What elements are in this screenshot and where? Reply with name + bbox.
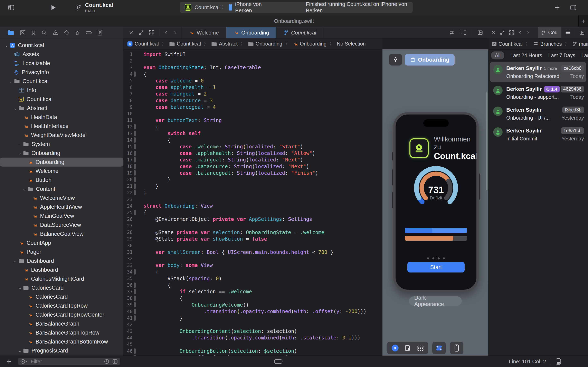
- history-tab[interactable]: Cou: [538, 27, 561, 38]
- tree-item-barbalancegraphtoprow[interactable]: BarBalanceGraphTopRow: [0, 328, 123, 337]
- history-breadcrumb-item[interactable]: Branches: [533, 41, 562, 47]
- close-editor-icon[interactable]: [128, 30, 134, 35]
- commit-row[interactable]: Berken Sayilir1.44629436Onboarding - sup…: [490, 83, 586, 103]
- preview-scrollbar[interactable]: [486, 92, 487, 190]
- history-filter-last[interactable]: Last: [581, 52, 588, 58]
- commit-row[interactable]: Berken Sayilirf3bcd3bOnboarding - UI /..…: [490, 104, 586, 124]
- navigator-diamond-icon[interactable]: [64, 30, 69, 35]
- variants-grid-icon[interactable]: [417, 345, 424, 351]
- toggle-inspector-icon[interactable]: [569, 4, 577, 11]
- preview-target-chip[interactable]: Onboarding: [405, 54, 455, 66]
- editor-layout-icon[interactable]: [149, 30, 155, 36]
- start-button[interactable]: Start: [407, 262, 465, 273]
- source-control-filter-icon[interactable]: [112, 359, 118, 364]
- disclosure-closed-icon[interactable]: ›: [17, 142, 23, 147]
- tree-item-welcomeview[interactable]: WelcomeView: [0, 193, 123, 202]
- recent-files-clock-icon[interactable]: [104, 359, 110, 364]
- tree-item-count.kcal[interactable]: Count.kcal: [0, 95, 123, 104]
- tree-item-caloriesmidnightcard[interactable]: CaloriesMidnightCard: [0, 274, 123, 283]
- add-assistant-editor-icon[interactable]: [579, 30, 585, 35]
- disclosure-open-icon[interactable]: ⌄: [17, 285, 23, 290]
- tree-item-applehealthview[interactable]: AppleHealthView: [0, 202, 123, 211]
- swap-editor-icon[interactable]: [448, 30, 455, 35]
- navigator-bookmark-icon[interactable]: [31, 30, 36, 36]
- history-breadcrumb[interactable]: Count.kcal〉Branches〉main: [488, 38, 588, 50]
- tree-item-welcome[interactable]: Welcome: [0, 167, 123, 175]
- navigator-grid-x-icon[interactable]: [20, 30, 26, 36]
- breadcrumb-item[interactable]: Count.kcal: [169, 41, 201, 47]
- selectable-preview-icon[interactable]: [405, 344, 411, 351]
- tree-item-abstract[interactable]: ⌄Abstract: [0, 104, 123, 113]
- tree-item-healhdata[interactable]: HealhData: [0, 113, 123, 122]
- editor-options-icon[interactable]: [274, 359, 283, 365]
- tree-item-barbalancegraphbottomrow[interactable]: BarBalanceGraphBottomRow: [0, 337, 123, 346]
- device-bezels-button[interactable]: [450, 342, 463, 354]
- tree-item-caloriescard[interactable]: CaloriesCard: [0, 292, 123, 301]
- commit-row[interactable]: Berken Sayilir1 morece16cb6Onboarding Re…: [490, 62, 586, 82]
- tree-item-countapp[interactable]: CountApp: [0, 238, 123, 247]
- list-view-icon[interactable]: [564, 30, 571, 36]
- editor-tab-count.kcal[interactable]: Count.kcal: [276, 27, 324, 38]
- tree-item-onboarding[interactable]: ⌄Onboarding: [0, 149, 123, 158]
- tree-item-localizable[interactable]: Localizable: [0, 59, 123, 68]
- navigator-filter-field[interactable]: Filter: [18, 358, 120, 365]
- tree-item-dashboard[interactable]: ⌄Dashboard: [0, 256, 123, 265]
- live-preview-icon[interactable]: [391, 344, 399, 352]
- editor-tab-welcome[interactable]: Welcome: [181, 27, 226, 38]
- tree-item-caloriescardtoprowcenter[interactable]: CaloriesCardTopRowCenter: [0, 310, 123, 319]
- tree-item-content[interactable]: ⌄Content: [0, 184, 123, 193]
- tree-item-datasourceview[interactable]: DataSourceView: [0, 220, 123, 229]
- breadcrumb-item[interactable]: No Selection: [337, 41, 366, 47]
- disclosure-open-icon[interactable]: ⌄: [17, 348, 23, 353]
- tree-item-weightdataviewmodel[interactable]: WeightDataViewModel: [0, 131, 123, 140]
- tree-item-healthinterface[interactable]: HealthInterface: [0, 122, 123, 131]
- add-toolbar-icon[interactable]: [554, 4, 560, 11]
- tree-item-barbalancegraph[interactable]: BarBalanceGraph: [0, 319, 123, 328]
- device-settings-button[interactable]: [432, 342, 446, 354]
- close-assistant-icon[interactable]: [491, 30, 496, 35]
- tree-item-maingoalvew[interactable]: MainGoalVew: [0, 211, 123, 220]
- navigator-capsule-icon[interactable]: [85, 30, 92, 35]
- device-status-icon[interactable]: [555, 358, 562, 365]
- scheme-selector[interactable]: Count.kcal main: [85, 2, 113, 13]
- project-navigator-icon[interactable]: [7, 30, 14, 35]
- tree-item-caloriescard[interactable]: ⌄CaloriesCard: [0, 283, 123, 292]
- navigator-spray-icon[interactable]: [75, 30, 80, 36]
- history-filter-last-24-hours[interactable]: Last 24 Hours: [510, 52, 542, 58]
- fullscreen-editor-icon[interactable]: [138, 30, 144, 35]
- disclosure-open-icon[interactable]: ⌄: [21, 187, 27, 192]
- tree-item-balancegoalview[interactable]: BalanceGoalView: [0, 229, 123, 238]
- back-icon[interactable]: [164, 30, 168, 36]
- tree-item-system[interactable]: ›System: [0, 140, 123, 149]
- source-editor[interactable]: 1import SwiftUI23enum OnboardingState: I…: [123, 50, 383, 356]
- tree-item-privacyinfo[interactable]: PrivacyInfo: [0, 68, 123, 77]
- editor-tab-onboarding[interactable]: Onboarding: [226, 27, 276, 38]
- activity-status-pill[interactable]: Count.kcal 〉 iPhone von Berken Finished …: [180, 2, 413, 13]
- tree-item-info[interactable]: Info: [0, 86, 123, 95]
- assistant-layout-icon[interactable]: [509, 30, 514, 35]
- tree-item-pager[interactable]: Pager: [0, 247, 123, 256]
- filter-menu-icon[interactable]: [20, 359, 28, 364]
- add-editor-icon[interactable]: [477, 30, 483, 35]
- tree-item-prognosiscard[interactable]: ⌄PrognosisCard: [0, 346, 123, 355]
- minimap-icon[interactable]: [460, 30, 467, 35]
- assistant-forward-icon[interactable]: [526, 30, 530, 35]
- fullscreen-assistant-icon[interactable]: [500, 30, 505, 35]
- breadcrumb-item[interactable]: Abstract: [211, 41, 238, 47]
- tree-item-count.kcal[interactable]: ⌄Count.kcal: [0, 77, 123, 86]
- breadcrumb-item[interactable]: Onboarding: [293, 41, 327, 47]
- tree-item-caloriescardtoprow[interactable]: CaloriesCardTopRow: [0, 301, 123, 310]
- assistant-back-icon[interactable]: [518, 30, 522, 35]
- tree-item-onboarding[interactable]: Onboarding: [0, 158, 123, 167]
- history-filter-last-7-days[interactable]: Last 7 Days: [548, 52, 575, 58]
- disclosure-open-icon[interactable]: ⌄: [12, 259, 18, 263]
- tree-item-button[interactable]: Button: [0, 175, 123, 184]
- navigator-doclines-icon[interactable]: [97, 30, 102, 36]
- tree-item-assets[interactable]: Assets: [0, 50, 123, 59]
- tree-item-dashboard[interactable]: Dashboard: [0, 265, 123, 274]
- history-breadcrumb-item[interactable]: Count.kcal: [492, 41, 523, 47]
- disclosure-open-icon[interactable]: ⌄: [17, 151, 23, 156]
- breadcrumb[interactable]: Count.kcal〉Count.kcal〉Abstract〉Onboardin…: [123, 38, 383, 50]
- add-file-button[interactable]: [6, 359, 12, 365]
- toggle-navigator-icon[interactable]: [7, 4, 15, 11]
